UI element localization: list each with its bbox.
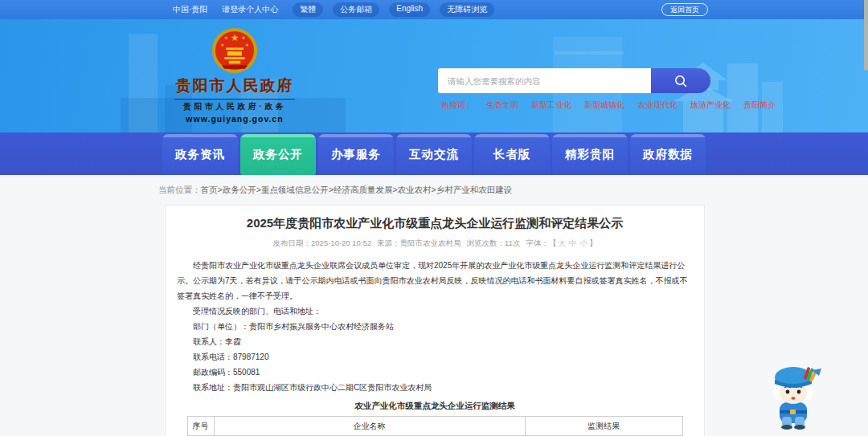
article-paragraph-6: 联系地址：贵阳市观山湖区市级行政中心二期C区贵阳市农业农村局 [177, 380, 693, 395]
breadcrumb-segment-5[interactable]: 乡村产业和农田建设 [436, 185, 513, 194]
search-input[interactable] [438, 68, 651, 93]
breadcrumb-segment-2[interactable]: 重点领域信息公开 [261, 185, 329, 194]
nav-tab-3[interactable]: 互动交流 [396, 134, 472, 175]
main-navigation: 政务资讯政务公开办事服务互动交流长者版精彩贵阳政府数据 [0, 132, 868, 175]
nav-tab-6[interactable]: 政府数据 [630, 134, 706, 175]
breadcrumb-label: 当前位置： [158, 185, 201, 194]
hot-search-row: 热搜词： 生态文明新型工业化新型城镇化农业现代化旅游产业化贵阳简介 [441, 100, 776, 111]
national-emblem-icon: ★ ★ ★ ★ ★ [211, 27, 258, 74]
table-caption: 农业产业化市级重点龙头企业运行监测结果 [177, 401, 693, 412]
article-paragraph-2: 部门（单位）：贵阳市乡村振兴服务中心农村经济服务站 [177, 319, 693, 334]
breadcrumb: 当前位置：首页>政务公开>重点领域信息公开>经济高质量发展>农业农村>乡村产业和… [158, 185, 512, 196]
nav-tabs: 政务资讯政务公开办事服务互动交流长者版精彩贵阳政府数据 [162, 134, 706, 175]
site-logo-block[interactable]: ★ ★ ★ ★ ★ 贵阳市人民政府 贵阳市人民政府·政务 www.guiyang… [163, 27, 306, 124]
meta-font-close: 】 [589, 238, 597, 247]
meta-view-count: 浏览次数：11次 [467, 238, 521, 249]
article-paragraph-3: 联系人：李霞 [177, 334, 693, 349]
svg-text:★: ★ [241, 35, 245, 40]
topbar-login-link[interactable]: 请登录个人中心 [222, 4, 278, 15]
breadcrumb-segment-1[interactable]: 政务公开 [223, 185, 256, 194]
article-card: 2025年度贵阳市农业产业化市级重点龙头企业运行监测和评定结果公示 发布日期：2… [165, 205, 705, 436]
breadcrumb-segment-4[interactable]: 农业农村 [398, 185, 432, 194]
banner-cityscape [0, 19, 868, 132]
hot-word-3[interactable]: 农业现代化 [637, 100, 678, 111]
content-area: 当前位置：首页>政务公开>重点领域信息公开>经济高质量发展>农业农村>乡村产业和… [0, 175, 868, 436]
back-home-button[interactable]: 返回首页 [661, 3, 708, 16]
meta-font-label: 字体：【 [526, 238, 556, 247]
font-size-option-2[interactable]: 小 [579, 238, 588, 247]
site-subtitle: 贵阳市人民政府·政务 [163, 101, 306, 112]
scrollbar-thumb[interactable] [864, 0, 868, 71]
site-url: www.guiyang.gov.cn [163, 114, 306, 124]
hot-word-0[interactable]: 生态文明 [486, 100, 518, 111]
font-size-option-1[interactable]: 中 [569, 238, 577, 247]
article-paragraph-4: 联系电话：87987120 [177, 349, 693, 365]
topbar-links: 中国·贵阳 请登录个人中心 繁體公务邮箱English无障碍浏览 [173, 2, 494, 17]
table-col-header-1: 企业名称 [214, 417, 525, 436]
monitoring-result-table: 序号企业名称监测结果 1贵州合力超市采购有限公司合格2贵州友禾种业有限公司合格3… [187, 416, 683, 436]
hot-word-2[interactable]: 新型城镇化 [584, 100, 624, 111]
table-col-header-0: 序号 [187, 417, 214, 436]
hot-search-label: 热搜词： [441, 100, 473, 111]
article-title: 2025年度贵阳市农业产业化市级重点龙头企业运行监测和评定结果公示 [177, 216, 693, 231]
svg-text:★: ★ [224, 35, 228, 40]
meta-font-control: 字体：【大中小】 [526, 238, 596, 249]
svg-text:★: ★ [245, 43, 249, 47]
topbar-pill-link-0[interactable]: 繁體 [293, 2, 323, 17]
svg-text:★: ★ [231, 32, 240, 43]
search-button[interactable] [651, 68, 710, 93]
hot-word-1[interactable]: 新型工业化 [531, 100, 571, 111]
article-paragraph-5: 邮政编码：550081 [177, 365, 693, 380]
nav-tab-1[interactable]: 政务公开 [240, 134, 316, 175]
breadcrumb-segment-3[interactable]: 经济高质量发展 [334, 185, 393, 194]
site-title: 贵阳市人民政府 [163, 75, 306, 96]
topbar-pill-link-2[interactable]: English [389, 2, 430, 17]
nav-tab-4[interactable]: 长者版 [474, 134, 550, 175]
svg-text:★: ★ [220, 43, 224, 47]
service-mascot-figure[interactable] [764, 361, 823, 430]
magnifier-icon [674, 74, 688, 88]
breadcrumb-segment-0[interactable]: 首页 [201, 185, 218, 194]
article-paragraph-1: 受理情况反映的部门、电话和地址： [177, 304, 693, 319]
nav-tab-0[interactable]: 政务资讯 [162, 134, 238, 175]
article-paragraph-0: 经贵阳市农业产业化市级重点龙头企业联席会议成员单位审定，现对2025年开展的农业… [177, 258, 693, 304]
font-size-option-0[interactable]: 大 [558, 238, 566, 247]
hot-word-4[interactable]: 旅游产业化 [690, 100, 731, 111]
meta-publish-date: 发布日期：2025-10-20 10:52 [273, 238, 372, 249]
browser-page: 中国·贵阳 请登录个人中心 繁體公务邮箱English无障碍浏览 返回首页 [0, 0, 868, 436]
topbar-pill-links: 繁體公务邮箱English无障碍浏览 [293, 2, 494, 17]
hot-search-words: 生态文明新型工业化新型城镇化农业现代化旅游产业化贵阳简介 [486, 100, 776, 111]
topbar-pill-link-1[interactable]: 公务邮箱 [333, 2, 379, 17]
site-banner: ★ ★ ★ ★ ★ 贵阳市人民政府 贵阳市人民政府·政务 www.guiyang… [0, 19, 868, 132]
table-col-header-2: 监测结果 [525, 417, 682, 436]
article-body: 经贵阳市农业产业化市级重点龙头企业联席会议成员单位审定，现对2025年开展的农业… [177, 258, 693, 395]
table-header-row: 序号企业名称监测结果 [187, 417, 682, 436]
breadcrumb-path: 首页>政务公开>重点领域信息公开>经济高质量发展>农业农村>乡村产业和农田建设 [201, 185, 513, 194]
site-title-divider [174, 99, 295, 100]
hot-word-5[interactable]: 贵阳简介 [743, 100, 776, 111]
nav-tab-2[interactable]: 办事服务 [318, 134, 394, 175]
topbar-region-link[interactable]: 中国·贵阳 [173, 4, 207, 15]
article-meta: 发布日期：2025-10-20 10:52 来源：贵阳市农业农村局 浏览次数：1… [177, 238, 693, 249]
topbar-pill-link-3[interactable]: 无障碍浏览 [440, 2, 494, 17]
search-bar [438, 68, 710, 93]
nav-tab-5[interactable]: 精彩贵阳 [552, 134, 628, 175]
meta-source: 来源：贵阳市农业农村局 [377, 238, 461, 249]
topbar: 中国·贵阳 请登录个人中心 繁體公务邮箱English无障碍浏览 返回首页 [0, 0, 868, 19]
